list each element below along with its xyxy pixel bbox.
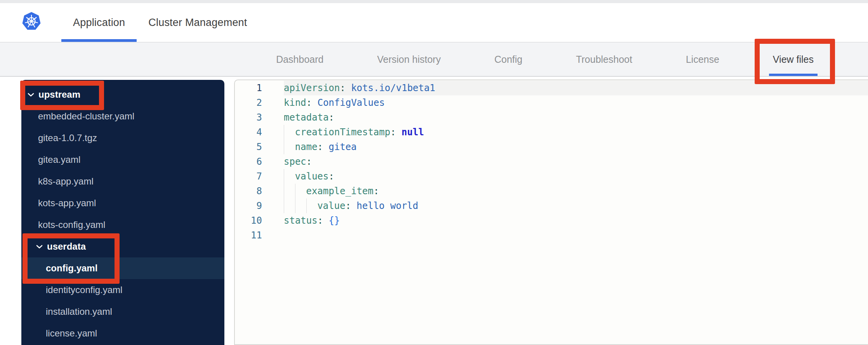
code-line-8[interactable]: 8example_item:	[235, 184, 868, 198]
code-line-content: example_item:	[284, 184, 868, 198]
token-colon: :	[318, 141, 329, 152]
token-key: creationTimestamp	[295, 127, 391, 138]
file-gitea-1.0.7.tgz[interactable]: gitea-1.0.7.tgz	[21, 127, 224, 149]
app-header: Application Cluster Management	[0, 3, 868, 43]
token-colon: :	[329, 171, 334, 182]
tree-item-label: gitea-1.0.7.tgz	[38, 133, 97, 143]
code-line-2[interactable]: 2kind: ConfigValues	[235, 95, 868, 110]
line-number: 8	[235, 184, 262, 198]
indent-guide	[284, 125, 295, 140]
token-colon: :	[306, 156, 312, 167]
token-val: hello world	[357, 200, 418, 211]
code-line-4[interactable]: 4creationTimestamp: null	[235, 125, 868, 140]
token-colon: :	[373, 186, 379, 197]
indent-guide	[284, 140, 295, 154]
token-colon: :	[318, 215, 329, 226]
file-kots-config.yaml[interactable]: kots-config.yaml	[21, 214, 224, 236]
tab-license[interactable]: License	[682, 43, 723, 76]
tab-version-history[interactable]: Version history	[373, 43, 444, 76]
code-line-content: spec:	[284, 154, 868, 169]
code-line-content	[284, 228, 868, 243]
indent-guide	[295, 198, 306, 213]
header-tabs: Application Cluster Management	[61, 3, 259, 42]
code-line-content: kind: ConfigValues	[284, 95, 868, 110]
file-license.yaml[interactable]: license.yaml	[21, 323, 224, 344]
indent-guide	[284, 184, 295, 198]
line-number: 6	[235, 154, 262, 169]
tab-application[interactable]: Application	[61, 3, 137, 42]
token-key: example_item	[306, 186, 373, 197]
token-colon: :	[345, 200, 357, 211]
token-const: null	[401, 127, 424, 138]
tree-item-label: license.yaml	[46, 328, 97, 339]
chevron-down-icon	[36, 245, 43, 249]
tab-application-label: Application	[73, 17, 125, 29]
token-colon: :	[340, 83, 351, 93]
app-subnav: Dashboard Version history Config Trouble…	[0, 43, 868, 77]
code-line-content: creationTimestamp: null	[284, 125, 868, 140]
kubernetes-logo-icon[interactable]	[22, 12, 41, 31]
tree-item-label: kots-config.yaml	[38, 219, 105, 230]
tree-item-label: identityconfig.yaml	[46, 285, 122, 295]
line-number: 9	[235, 198, 262, 213]
token-key: spec	[284, 156, 306, 167]
folder-upstream[interactable]: upstream	[21, 84, 224, 105]
file-config.yaml[interactable]: config.yaml	[21, 257, 224, 279]
token-val: gitea	[329, 141, 357, 152]
line-number: 10	[235, 213, 262, 228]
token-key: apiVersion	[284, 83, 340, 93]
line-number: 11	[235, 228, 262, 243]
code-line-content: apiVersion: kots.io/v1beta1	[284, 81, 868, 95]
file-gitea.yaml[interactable]: gitea.yaml	[21, 149, 224, 171]
code-line-content: metadata:	[284, 110, 868, 125]
folder-userdata[interactable]: userdata	[21, 236, 224, 257]
tree-item-label: upstream	[38, 89, 80, 100]
code-line-10[interactable]: 10status: {}	[235, 213, 868, 228]
tab-dashboard[interactable]: Dashboard	[272, 43, 327, 76]
tab-troubleshoot[interactable]: Troubleshoot	[572, 43, 636, 76]
code-line-1[interactable]: 1apiVersion: kots.io/v1beta1	[235, 81, 868, 95]
tab-cluster-management-label: Cluster Management	[148, 17, 247, 29]
tree-item-label: embedded-cluster.yaml	[38, 111, 134, 122]
tab-cluster-management[interactable]: Cluster Management	[137, 3, 259, 42]
tab-view-files[interactable]: View files	[769, 43, 818, 76]
token-key: values	[295, 171, 329, 182]
line-number: 4	[235, 125, 262, 140]
tree-item-label: userdata	[47, 241, 86, 252]
chevron-down-icon	[28, 93, 34, 97]
top-strip	[0, 0, 868, 3]
indent-guide	[306, 198, 318, 213]
code-line-9[interactable]: 9value: hello world	[235, 198, 868, 213]
file-identityconfig.yaml[interactable]: identityconfig.yaml	[21, 279, 224, 301]
line-number: 7	[235, 169, 262, 184]
code-line-6[interactable]: 6spec:	[235, 154, 868, 169]
token-val: kots.io/v1beta1	[351, 83, 435, 93]
code-line-content: values:	[284, 169, 868, 184]
tree-item-label: installation.yaml	[46, 306, 112, 317]
file-k8s-app.yaml[interactable]: k8s-app.yaml	[21, 171, 224, 192]
file-installation.yaml[interactable]: installation.yaml	[21, 301, 224, 323]
token-val: ConfigValues	[318, 97, 385, 108]
tree-item-label: k8s-app.yaml	[38, 176, 94, 187]
token-key: metadata	[284, 112, 329, 123]
token-colon: :	[390, 127, 401, 138]
line-number: 5	[235, 140, 262, 154]
code-line-7[interactable]: 7values:	[235, 169, 868, 184]
code-line-content: name: gitea	[284, 140, 868, 154]
indent-guide	[284, 198, 295, 213]
code-line-5[interactable]: 5name: gitea	[235, 140, 868, 154]
token-colon: :	[306, 97, 318, 108]
tree-item-label: kots-app.yaml	[38, 198, 96, 209]
tab-config[interactable]: Config	[490, 43, 526, 76]
line-number: 2	[235, 95, 262, 110]
file-embedded-cluster.yaml[interactable]: embedded-cluster.yaml	[21, 105, 224, 127]
code-line-3[interactable]: 3metadata:	[235, 110, 868, 125]
code-line-11[interactable]: 11	[235, 228, 868, 243]
token-brace: {}	[329, 215, 340, 226]
code-editor[interactable]: 1apiVersion: kots.io/v1beta12kind: Confi…	[234, 79, 868, 345]
indent-guide	[284, 169, 295, 184]
tree-item-label: gitea.yaml	[38, 154, 80, 165]
line-number: 1	[235, 81, 262, 95]
token-key: status	[284, 215, 318, 226]
file-kots-app.yaml[interactable]: kots-app.yaml	[21, 192, 224, 214]
